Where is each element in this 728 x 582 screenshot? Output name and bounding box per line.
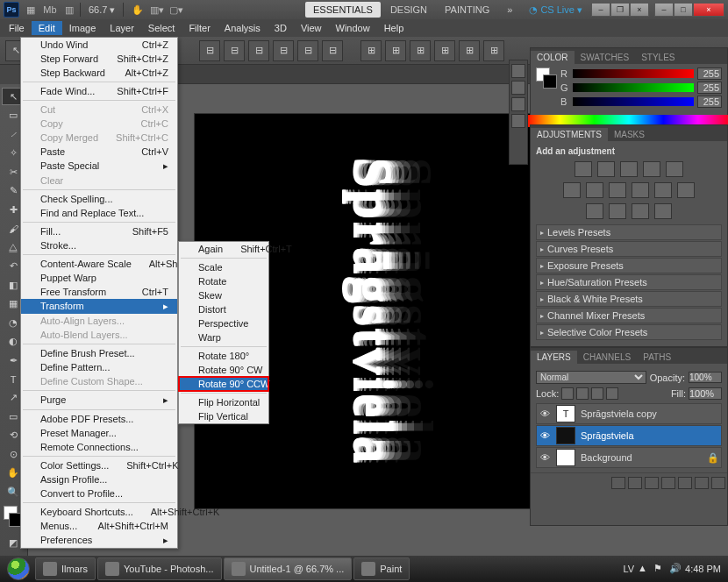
- taskbar-item[interactable]: Paint: [353, 557, 410, 580]
- tray-icon[interactable]: ⚑: [653, 563, 666, 575]
- adj-icon[interactable]: [620, 161, 638, 177]
- lock-pos-icon[interactable]: [591, 387, 603, 400]
- dist-icon[interactable]: ⊞: [434, 40, 455, 61]
- menu-item[interactable]: Purge▸: [21, 393, 177, 408]
- bridge-icon[interactable]: ▦: [23, 2, 39, 18]
- layer-row[interactable]: 👁Sprāgstviela: [536, 425, 722, 446]
- workspace-essentials[interactable]: ESSENTIALS: [305, 2, 381, 18]
- menu-item[interactable]: Color Settings...Shift+Ctrl+K: [21, 458, 177, 472]
- menu-item[interactable]: Scale: [179, 260, 268, 274]
- menu-filter[interactable]: Filter: [182, 21, 217, 35]
- menu-item[interactable]: Puppet Warp: [21, 271, 177, 285]
- align-icon[interactable]: ⊟: [224, 40, 245, 61]
- align-icon[interactable]: ⊟: [248, 40, 269, 61]
- menu-item[interactable]: Fill...Shift+F5: [21, 224, 177, 238]
- menu-analysis[interactable]: Analysis: [218, 21, 268, 35]
- adj-icon[interactable]: [643, 161, 660, 177]
- adj-icon[interactable]: [609, 203, 626, 219]
- r-slider[interactable]: [573, 69, 694, 78]
- menu-item[interactable]: Rotate 90° CW: [179, 363, 268, 377]
- align-icon[interactable]: ⊟: [322, 40, 343, 61]
- preset-item[interactable]: ▸Black & White Presets: [536, 291, 722, 307]
- app-minimize-icon[interactable]: –: [654, 3, 674, 17]
- menu-item[interactable]: Remote Connections...: [21, 440, 177, 454]
- align-icon[interactable]: ⊟: [297, 40, 318, 61]
- doc-restore-icon[interactable]: ❐: [610, 3, 630, 17]
- blend-mode-select[interactable]: Normal: [536, 371, 646, 384]
- panel-tab[interactable]: LAYERS: [531, 351, 577, 364]
- dist-icon[interactable]: ⊞: [410, 40, 431, 61]
- menu-select[interactable]: Select: [141, 21, 182, 35]
- zoom-readout[interactable]: 66.7 ▾: [83, 4, 120, 16]
- menu-view[interactable]: View: [294, 21, 329, 35]
- menu-item[interactable]: Rotate 90° CCW: [179, 377, 268, 391]
- layer-row[interactable]: 👁Background🔒: [536, 447, 722, 468]
- adj-icon[interactable]: [654, 182, 672, 198]
- adj-icon[interactable]: [609, 182, 626, 198]
- adj-icon[interactable]: [597, 161, 615, 177]
- preset-item[interactable]: ▸Exposure Presets: [536, 258, 722, 273]
- b-slider[interactable]: [573, 97, 694, 106]
- hand-icon[interactable]: ✋: [130, 2, 146, 18]
- stub-icon[interactable]: [511, 97, 525, 111]
- menu-item[interactable]: Step ForwardShift+Ctrl+Z: [21, 52, 177, 66]
- menu-item[interactable]: Fade Wind...Shift+Ctrl+F: [21, 84, 177, 98]
- layer-mask-icon[interactable]: [645, 477, 659, 489]
- menu-item[interactable]: Preset Manager...: [21, 426, 177, 440]
- menu-item[interactable]: Undo WindCtrl+Z: [21, 38, 177, 52]
- menu-item[interactable]: Warp: [179, 330, 268, 344]
- b-value[interactable]: 255: [697, 96, 722, 108]
- menu-help[interactable]: Help: [377, 21, 411, 35]
- dist-icon[interactable]: ⊞: [385, 40, 406, 61]
- adj-icon[interactable]: [575, 161, 592, 177]
- menu-item[interactable]: Find and Replace Text...: [21, 206, 177, 220]
- adj-icon[interactable]: [666, 161, 683, 177]
- layer-fx-icon[interactable]: [628, 477, 642, 489]
- screen-mode-icon[interactable]: ▢▾: [168, 2, 184, 18]
- menu-item[interactable]: Skew: [179, 288, 268, 302]
- menu-item[interactable]: Check Spelling...: [21, 192, 177, 206]
- collapsed-panels[interactable]: [509, 60, 528, 165]
- mini-bridge-icon[interactable]: Mb: [42, 2, 58, 18]
- panel-tab[interactable]: CHANNELS: [577, 351, 637, 364]
- menu-item[interactable]: Preferences▸: [21, 533, 177, 548]
- menu-item[interactable]: Define Brush Preset...: [21, 346, 177, 360]
- fill-input[interactable]: [689, 387, 722, 400]
- adj-icon[interactable]: [586, 203, 603, 219]
- menu-item[interactable]: Distort: [179, 302, 268, 316]
- menu-item[interactable]: Transform▸: [21, 299, 177, 314]
- group-icon[interactable]: [678, 477, 692, 489]
- menu-edit[interactable]: Edit: [32, 21, 62, 35]
- panel-tab[interactable]: STYLES: [635, 51, 681, 64]
- menu-item[interactable]: Flip Horizontal: [179, 395, 268, 409]
- adj-icon[interactable]: [586, 182, 603, 198]
- visibility-icon[interactable]: 👁: [537, 408, 553, 419]
- menu-3d[interactable]: 3D: [268, 21, 294, 35]
- panel-tab[interactable]: PATHS: [637, 351, 677, 364]
- menu-item[interactable]: Free TransformCtrl+T: [21, 285, 177, 299]
- preset-item[interactable]: ▸Curves Presets: [536, 241, 722, 257]
- tray-icon[interactable]: ▲: [638, 563, 650, 575]
- menu-item[interactable]: Perspective: [179, 316, 268, 330]
- preset-item[interactable]: ▸Channel Mixer Presets: [536, 308, 722, 323]
- workspace-painting[interactable]: PAINTING: [437, 2, 497, 18]
- stub-icon[interactable]: [511, 64, 525, 78]
- g-slider[interactable]: [573, 83, 694, 92]
- dist-icon[interactable]: ⊞: [360, 40, 382, 61]
- link-layers-icon[interactable]: [611, 477, 625, 489]
- workspace-more[interactable]: »: [499, 2, 520, 18]
- menu-item[interactable]: Rotate 180°: [179, 349, 268, 363]
- adj-icon[interactable]: [632, 182, 649, 198]
- taskbar-item[interactable]: YouTube - Photosh...: [97, 557, 222, 580]
- align-icon[interactable]: ⊟: [199, 40, 220, 61]
- taskbar-clock[interactable]: 4:48 PM: [685, 564, 721, 574]
- menu-window[interactable]: Window: [329, 21, 377, 35]
- menu-item[interactable]: Paste Special▸: [21, 159, 177, 174]
- menu-item[interactable]: Adobe PDF Presets...: [21, 412, 177, 426]
- language-indicator[interactable]: LV: [623, 564, 634, 574]
- menu-item[interactable]: Keyboard Shortcuts...Alt+Shift+Ctrl+K: [21, 505, 177, 519]
- lock-trans-icon[interactable]: [561, 387, 574, 400]
- menu-file[interactable]: File: [2, 21, 32, 35]
- stub-icon[interactable]: [511, 114, 525, 128]
- menu-item[interactable]: Content-Aware ScaleAlt+Shift+Ctrl+C: [21, 257, 177, 271]
